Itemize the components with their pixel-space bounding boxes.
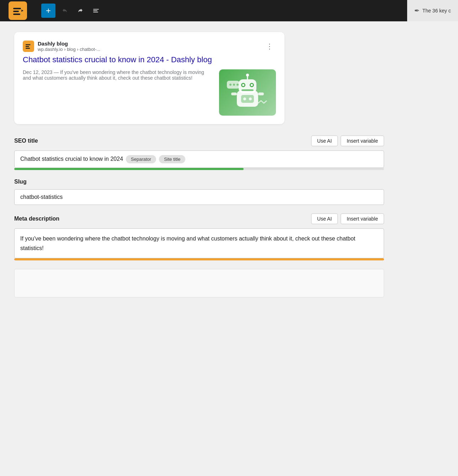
- svg-point-25: [243, 97, 246, 100]
- result-date: Dec 12, 2023 — If you've been wondering …: [23, 69, 212, 81]
- meta-description-section-header: Meta description Use AI Insert variable: [14, 213, 384, 224]
- seo-title-progress-bar: [14, 168, 384, 170]
- svg-point-19: [229, 84, 231, 86]
- site-name: Dashly blog: [38, 41, 100, 47]
- seo-title-label: SEO title: [14, 138, 38, 144]
- toolbar-actions: +: [36, 4, 407, 18]
- seo-title-section-header: SEO title Use AI Insert variable: [14, 136, 384, 146]
- svg-point-17: [246, 74, 249, 76]
- svg-rect-0: [13, 8, 21, 9]
- site-info: Dashly blog wp.dashly.io › blog › chatbo…: [23, 41, 100, 52]
- meta-description-label: Meta description: [14, 216, 59, 222]
- menu-button[interactable]: [90, 4, 102, 17]
- redo-button[interactable]: [74, 4, 87, 17]
- site-favicon: [23, 41, 34, 52]
- bottom-section: [14, 269, 384, 297]
- svg-point-20: [233, 84, 235, 86]
- svg-point-26: [249, 97, 252, 100]
- svg-point-13: [242, 84, 244, 86]
- result-title[interactable]: Chatbot statistics crucial to know in 20…: [23, 55, 276, 65]
- seo-title-actions: Use AI Insert variable: [311, 136, 384, 146]
- meta-description-progress-bar: [14, 258, 384, 260]
- svg-rect-23: [258, 92, 264, 95]
- date-separator: —: [54, 69, 60, 75]
- svg-rect-1: [13, 11, 19, 12]
- meta-insert-variable-button[interactable]: Insert variable: [341, 213, 384, 224]
- add-button[interactable]: +: [41, 4, 55, 18]
- separator-pill[interactable]: Separator: [126, 155, 156, 163]
- svg-rect-7: [26, 46, 29, 47]
- main-content: Dashly blog wp.dashly.io › blog › chatbo…: [0, 21, 458, 476]
- toolbar: + ✒ The 36 key c: [0, 0, 458, 21]
- seo-title-value: Chatbot statistics crucial to know in 20…: [20, 156, 123, 162]
- svg-rect-24: [241, 95, 254, 103]
- toolbar-right: ✒ The 36 key c: [407, 0, 458, 21]
- draft-title: The 36 key c: [422, 8, 451, 14]
- meta-description-progress-fill: [14, 258, 384, 260]
- svg-rect-3: [93, 9, 99, 10]
- svg-rect-6: [26, 44, 31, 45]
- svg-rect-15: [241, 89, 254, 91]
- svg-point-21: [236, 84, 239, 86]
- seo-insert-variable-button[interactable]: Insert variable: [341, 136, 384, 146]
- seo-title-progress-fill: [14, 168, 244, 170]
- slug-field[interactable]: chatbot-statistics: [14, 189, 384, 205]
- undo-button[interactable]: [58, 4, 71, 17]
- draft-icon: ✒: [414, 7, 420, 15]
- meta-description-field[interactable]: If you've been wondering where the chatb…: [14, 228, 384, 258]
- search-result-card: Dashly blog wp.dashly.io › blog › chatbo…: [14, 32, 284, 124]
- card-body: Dec 12, 2023 — If you've been wondering …: [23, 69, 276, 116]
- card-header: Dashly blog wp.dashly.io › blog › chatbo…: [23, 41, 276, 52]
- slug-label: Slug: [14, 179, 27, 185]
- app-logo: [9, 1, 27, 20]
- site-url: wp.dashly.io › blog › chatbot-...: [38, 47, 100, 52]
- logo-area: [0, 0, 36, 21]
- svg-rect-5: [93, 12, 98, 12]
- snippet-text: Dec 12, 2023 — If you've been wondering …: [23, 69, 212, 82]
- site-title-pill[interactable]: Site title: [159, 155, 185, 163]
- date-text: Dec 12, 2023: [23, 69, 52, 75]
- svg-rect-8: [26, 48, 30, 49]
- seo-title-field[interactable]: Chatbot statistics crucial to know in 20…: [14, 150, 384, 168]
- meta-description-actions: Use AI Insert variable: [311, 213, 384, 224]
- svg-rect-2: [13, 14, 20, 15]
- result-image: [219, 69, 276, 116]
- slug-section-header: Slug: [14, 179, 384, 185]
- svg-rect-4: [93, 10, 97, 11]
- svg-point-14: [251, 84, 253, 86]
- seo-use-ai-button[interactable]: Use AI: [311, 136, 338, 146]
- svg-rect-22: [231, 92, 237, 95]
- site-name-url: Dashly blog wp.dashly.io › blog › chatbo…: [38, 41, 100, 52]
- more-options-button[interactable]: ⋮: [263, 41, 276, 52]
- meta-use-ai-button[interactable]: Use AI: [311, 213, 338, 224]
